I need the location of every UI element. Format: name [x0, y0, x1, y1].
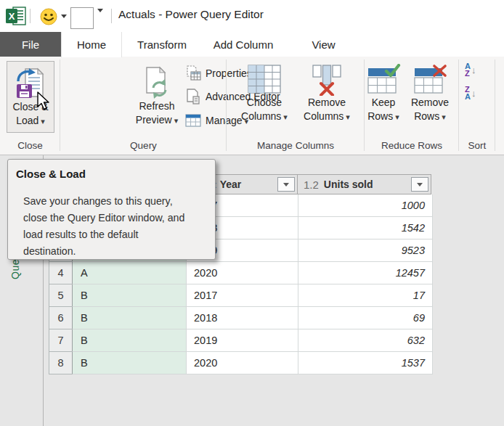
advanced-editor-icon: [185, 89, 201, 105]
remove-columns-label-line2: Columns: [304, 110, 344, 122]
titlebar-separator: [30, 9, 31, 23]
ribbon-tab-row: File Home Transform Add Column View: [0, 32, 504, 57]
remove-rows-label-line1: Remove: [411, 96, 449, 110]
properties-icon: [185, 65, 201, 81]
smiley-dropdown-icon[interactable]: [61, 15, 67, 18]
sort-ascending-button[interactable]: AZ ↓: [465, 62, 476, 77]
tooltip-line: Save your changes to this query,: [23, 193, 211, 210]
cell-units[interactable]: 632: [298, 329, 433, 352]
table-row: 8 B 2020 1537: [49, 352, 433, 374]
dropdown-caret-icon: [41, 114, 45, 128]
table-row: 4 A 2020 12457: [49, 262, 433, 284]
row-number[interactable]: 6: [49, 307, 73, 329]
cell-units[interactable]: 1542: [298, 217, 433, 239]
remove-columns-icon: [309, 64, 345, 96]
refresh-label-line2: Preview: [136, 114, 172, 126]
cell-year[interactable]: 2018: [187, 307, 298, 329]
table-row: 6 B 2018 69: [49, 307, 433, 329]
row-number[interactable]: 4: [49, 262, 73, 284]
filter-caret-icon: [417, 183, 423, 187]
row-number[interactable]: 5: [49, 284, 73, 307]
refresh-label-line1: Refresh: [139, 99, 174, 113]
cell-units[interactable]: 12457: [298, 262, 433, 284]
window-title: Actuals - Power Query Editor: [118, 8, 264, 21]
remove-columns-button[interactable]: Remove Columns: [296, 61, 358, 124]
filter-dropdown-button[interactable]: [411, 177, 428, 192]
tab-transform[interactable]: Transform: [129, 32, 195, 57]
group-label-manage-columns: Manage Columns: [227, 140, 365, 151]
choose-columns-icon: [246, 64, 283, 96]
choose-columns-button[interactable]: Choose Columns: [233, 61, 296, 124]
cell-year[interactable]: 2017: [187, 284, 298, 307]
sort-az-icon: AZ: [465, 62, 471, 77]
svg-text:X: X: [9, 11, 15, 22]
tooltip-line: destination.: [23, 243, 211, 260]
group-label-reduce-rows: Reduce Rows: [365, 140, 459, 151]
choose-columns-label-line2: Columns: [241, 110, 281, 122]
remove-columns-label-line1: Remove: [308, 96, 346, 110]
ribbon-group-reduce-rows: Keep Rows Remove Rows Reduce Rows: [365, 57, 459, 155]
ribbon-group-sort: AZ ↓ ZA ↓ Sort: [459, 57, 495, 155]
row-number[interactable]: 8: [49, 352, 73, 374]
dropdown-caret-icon: [395, 110, 399, 124]
dropdown-caret-icon: [283, 110, 288, 124]
cell-product[interactable]: B: [72, 329, 187, 352]
cell-year[interactable]: 2020: [187, 352, 298, 374]
cell-year[interactable]: 2019: [187, 329, 298, 352]
tooltip-title: Close & Load: [16, 168, 86, 180]
qat-customize-dropdown-icon[interactable]: [97, 12, 105, 25]
cell-year[interactable]: 2020: [187, 262, 298, 284]
ribbon-group-manage-columns: Choose Columns Remove Columns Manage Col…: [227, 57, 365, 155]
close-load-label-line2: Load: [16, 115, 38, 126]
dropdown-caret-icon: [442, 110, 446, 124]
decimal-type-icon: 1.2: [304, 179, 319, 191]
units-header-label: Units sold: [324, 179, 373, 190]
cell-units[interactable]: 69: [298, 307, 433, 329]
manage-icon: [185, 114, 201, 127]
dropdown-caret-icon: [174, 113, 179, 128]
remove-rows-button[interactable]: Remove Rows: [405, 61, 455, 124]
tooltip-line: close the Query Editor window, and: [23, 210, 211, 226]
ribbon: Close & Load Close Refresh Preview: [0, 57, 504, 155]
sort-za-icon: ZA: [465, 86, 471, 100]
remove-rows-label-line2: Rows: [414, 110, 439, 122]
refresh-preview-button[interactable]: Refresh Preview: [131, 61, 182, 133]
down-arrow-icon: ↓: [471, 65, 476, 75]
cell-units[interactable]: 1000: [298, 194, 433, 217]
cell-product[interactable]: B: [72, 284, 187, 307]
refresh-preview-icon: [142, 66, 171, 99]
close-load-tooltip: Close & Load Save your changes to this q…: [7, 159, 216, 260]
titlebar-separator: [111, 9, 112, 23]
keep-rows-label-line2: Rows: [367, 110, 393, 122]
cell-product[interactable]: B: [72, 352, 187, 374]
dropdown-caret-icon: [346, 110, 350, 124]
tab-file[interactable]: File: [0, 32, 61, 57]
table-row: 5 B 2017 17: [49, 284, 433, 307]
group-label-close: Close: [0, 140, 60, 151]
group-label-sort: Sort: [459, 140, 495, 151]
tab-home[interactable]: Home: [61, 32, 122, 57]
filter-dropdown-button[interactable]: [277, 177, 295, 192]
row-number[interactable]: 7: [49, 329, 73, 352]
tooltip-line: load results to the default: [23, 226, 211, 243]
sort-descending-button[interactable]: ZA ↓: [465, 86, 476, 100]
down-arrow-icon: ↓: [471, 88, 476, 99]
keep-rows-label-line1: Keep: [372, 96, 396, 110]
choose-columns-label-line1: Choose: [247, 96, 282, 110]
quick-access-button[interactable]: [70, 7, 94, 29]
excel-app-icon[interactable]: X: [6, 7, 28, 28]
cell-units[interactable]: 9523: [298, 239, 433, 262]
cell-units[interactable]: 1537: [298, 352, 433, 374]
mouse-cursor: [36, 91, 52, 113]
cell-product[interactable]: B: [72, 307, 187, 329]
keep-rows-button[interactable]: Keep Rows: [363, 61, 404, 124]
cell-product[interactable]: A: [72, 262, 187, 284]
column-header-units-sold[interactable]: 1.2 Units sold: [297, 174, 431, 194]
tab-view[interactable]: View: [304, 32, 344, 57]
smiley-feedback-icon[interactable]: [40, 8, 57, 28]
title-bar: X Actuals - Power Query Editor: [0, 0, 504, 32]
cell-units[interactable]: 17: [298, 284, 433, 307]
year-header-label: Year: [220, 179, 242, 190]
tab-add-column[interactable]: Add Column: [207, 32, 280, 57]
ribbon-group-query: Refresh Preview Properties Advanced Edit…: [60, 57, 227, 155]
